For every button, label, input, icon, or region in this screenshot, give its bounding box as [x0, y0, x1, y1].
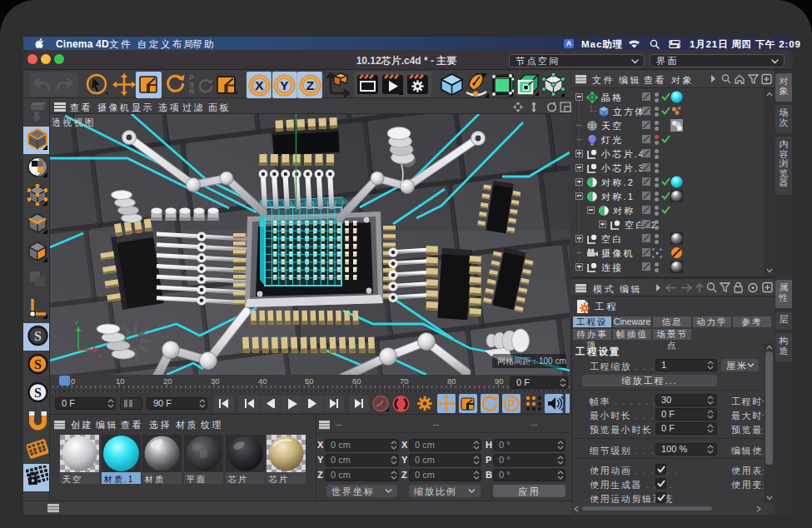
svg-text:网格间距：100 cm: 网格间距：100 cm — [497, 356, 566, 366]
svg-text:S: S — [34, 386, 42, 400]
svg-text:Y: Y — [280, 78, 289, 92]
svg-text:S: S — [34, 329, 42, 343]
svg-text:S: S — [34, 357, 42, 371]
svg-text:Z: Z — [306, 78, 314, 92]
svg-text:X: X — [97, 353, 102, 361]
svg-text:P: P — [508, 398, 515, 410]
svg-text:X: X — [255, 78, 264, 92]
svg-text:Y: Y — [74, 319, 79, 326]
